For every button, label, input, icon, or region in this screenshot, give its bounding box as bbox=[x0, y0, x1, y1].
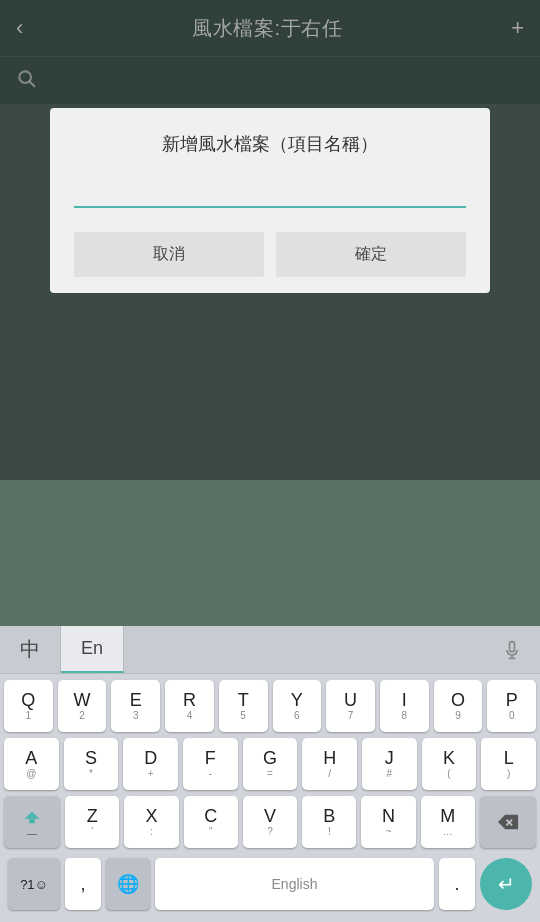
key-U[interactable]: U7 bbox=[326, 680, 375, 732]
dot-key[interactable]: . bbox=[439, 858, 475, 910]
key-T[interactable]: T5 bbox=[219, 680, 268, 732]
keyboard: 中 En Q1 W2 E3 R4 T5 Y6 U7 I8 O9 P0 A@ S*… bbox=[0, 626, 540, 922]
key-Q[interactable]: Q1 bbox=[4, 680, 53, 732]
globe-icon: 🌐 bbox=[117, 873, 139, 895]
key-N[interactable]: N~ bbox=[361, 796, 415, 848]
key-H[interactable]: H/ bbox=[302, 738, 357, 790]
sym-button[interactable]: ?1☺ bbox=[8, 858, 60, 910]
svg-rect-2 bbox=[29, 819, 35, 824]
key-row-1: Q1 W2 E3 R4 T5 Y6 U7 I8 O9 P0 bbox=[4, 680, 536, 732]
key-F[interactable]: F- bbox=[183, 738, 238, 790]
keys-section: Q1 W2 E3 R4 T5 Y6 U7 I8 O9 P0 A@ S* D+ F… bbox=[0, 674, 540, 922]
key-C[interactable]: C" bbox=[184, 796, 238, 848]
key-R[interactable]: R4 bbox=[165, 680, 214, 732]
globe-button[interactable]: 🌐 bbox=[106, 858, 150, 910]
key-row-2: A@ S* D+ F- G= H/ J# K( L) bbox=[4, 738, 536, 790]
key-B[interactable]: B! bbox=[302, 796, 356, 848]
key-I[interactable]: I8 bbox=[380, 680, 429, 732]
key-Z[interactable]: Z' bbox=[65, 796, 119, 848]
lang-english-button[interactable]: En bbox=[61, 626, 124, 673]
key-Y[interactable]: Y6 bbox=[273, 680, 322, 732]
key-S[interactable]: S* bbox=[64, 738, 119, 790]
lang-chinese-button[interactable]: 中 bbox=[0, 626, 61, 673]
key-D[interactable]: D+ bbox=[123, 738, 178, 790]
key-O[interactable]: O9 bbox=[434, 680, 483, 732]
dialog-input-container bbox=[74, 176, 466, 208]
enter-icon: ↵ bbox=[498, 872, 515, 896]
key-K[interactable]: K( bbox=[422, 738, 477, 790]
mic-button[interactable] bbox=[484, 626, 540, 673]
space-key[interactable]: English bbox=[155, 858, 434, 910]
key-E[interactable]: E3 bbox=[111, 680, 160, 732]
shift-button[interactable]: — bbox=[4, 796, 60, 848]
comma-key[interactable]: , bbox=[65, 858, 101, 910]
enter-button[interactable]: ↵ bbox=[480, 858, 532, 910]
lang-row: 中 En bbox=[0, 626, 540, 674]
key-X[interactable]: X: bbox=[124, 796, 178, 848]
key-V[interactable]: V? bbox=[243, 796, 297, 848]
dialog-input[interactable] bbox=[74, 180, 466, 202]
dialog: 新增風水檔案（項目名稱） 取消 確定 bbox=[50, 108, 490, 293]
key-G[interactable]: G= bbox=[243, 738, 298, 790]
key-P[interactable]: P0 bbox=[487, 680, 536, 732]
key-row-3: — Z' X: C" V? B! N~ M… bbox=[4, 796, 536, 848]
dialog-title: 新增風水檔案（項目名稱） bbox=[74, 132, 466, 156]
key-A[interactable]: A@ bbox=[4, 738, 59, 790]
key-L[interactable]: L) bbox=[481, 738, 536, 790]
key-J[interactable]: J# bbox=[362, 738, 417, 790]
key-W[interactable]: W2 bbox=[58, 680, 107, 732]
key-M[interactable]: M… bbox=[421, 796, 475, 848]
backspace-button[interactable] bbox=[480, 796, 536, 848]
bottom-row: ?1☺ , 🌐 English . ↵ bbox=[4, 854, 536, 918]
cancel-button[interactable]: 取消 bbox=[74, 232, 264, 277]
dialog-buttons: 取消 確定 bbox=[74, 232, 466, 277]
confirm-button[interactable]: 確定 bbox=[276, 232, 466, 277]
